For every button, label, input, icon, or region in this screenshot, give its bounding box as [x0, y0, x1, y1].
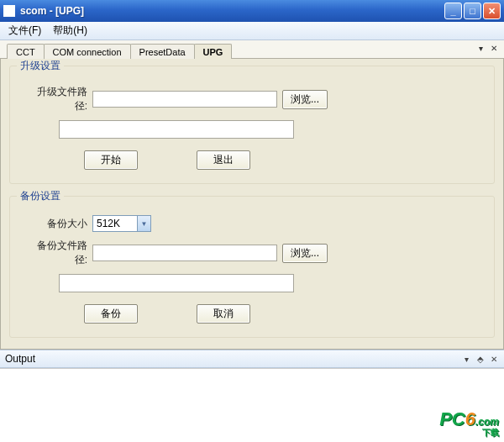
output-label: Output	[5, 353, 35, 365]
start-button[interactable]: 开始	[84, 150, 138, 170]
backup-path-input[interactable]	[92, 245, 277, 261]
maximize-button[interactable]: □	[464, 3, 481, 19]
backup-size-select[interactable]: 512K ▼	[92, 215, 151, 232]
output-dropdown-icon[interactable]: ▾	[461, 354, 472, 365]
tab-com-connection[interactable]: COM connection	[44, 44, 131, 59]
cancel-button[interactable]: 取消	[197, 304, 250, 324]
output-close-icon[interactable]: ✕	[488, 354, 499, 365]
upgrade-settings-group: 升级设置 升级文件路径: 浏览... 开始 退出	[9, 66, 495, 184]
menu-file[interactable]: 文件(F)	[3, 22, 46, 39]
upgrade-path-input[interactable]	[92, 91, 277, 108]
output-bar: Output ▾ ⬘ ✕	[0, 350, 504, 368]
output-pin-icon[interactable]: ⬘	[475, 354, 486, 365]
tab-cct[interactable]: CCT	[7, 44, 45, 59]
backup-path-label: 备份文件路径:	[25, 239, 92, 267]
output-pane[interactable]	[0, 368, 504, 442]
upgrade-path-label: 升级文件路径:	[25, 85, 92, 113]
minimize-button[interactable]: _	[444, 3, 462, 19]
tab-presetdata[interactable]: PresetData	[130, 44, 195, 59]
tab-dropdown-icon[interactable]: ▾	[475, 43, 486, 53]
menu-bar: 文件(F) 帮助(H)	[0, 22, 504, 40]
title-bar: scom - [UPG] _ □ ✕	[0, 0, 504, 22]
tab-upg[interactable]: UPG	[194, 44, 233, 59]
upgrade-browse-button[interactable]: 浏览...	[282, 90, 328, 109]
upgrade-progress-field[interactable]	[59, 120, 294, 139]
backup-size-value: 512K	[97, 218, 120, 229]
tab-strip: CCT COM connection PresetData UPG ▾ ✕	[0, 40, 504, 59]
close-button[interactable]: ✕	[483, 3, 501, 19]
backup-button[interactable]: 备份	[84, 304, 138, 324]
menu-help[interactable]: 帮助(H)	[48, 22, 92, 39]
window-title: scom - [UPG]	[20, 5, 444, 17]
content-pane: 升级设置 升级文件路径: 浏览... 开始 退出 备份设置 备份大小 512K …	[0, 59, 504, 350]
backup-settings-group: 备份设置 备份大小 512K ▼ 备份文件路径: 浏览... 备份 取消	[9, 196, 495, 338]
exit-button[interactable]: 退出	[197, 150, 250, 170]
backup-size-label: 备份大小	[25, 217, 92, 231]
backup-progress-field[interactable]	[59, 274, 294, 292]
app-icon	[3, 5, 15, 17]
upgrade-legend: 升级设置	[17, 59, 64, 73]
tab-close-icon[interactable]: ✕	[489, 43, 499, 53]
backup-legend: 备份设置	[17, 189, 64, 203]
chevron-down-icon: ▼	[137, 216, 150, 231]
backup-browse-button[interactable]: 浏览...	[282, 244, 328, 263]
